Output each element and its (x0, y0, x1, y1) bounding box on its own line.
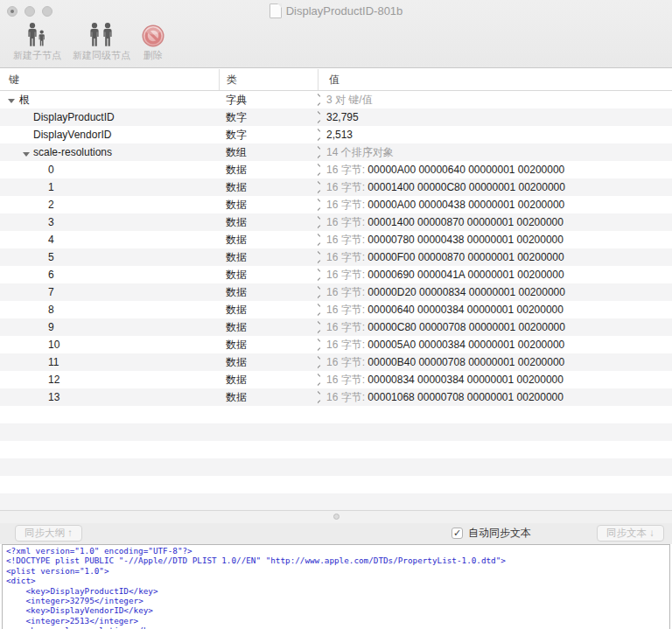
traffic-lights (7, 6, 52, 17)
row-type: 数组 (219, 145, 318, 160)
row-type: 数字 (219, 110, 318, 125)
row-value: 16 字节: 00001068 00000708 00000001 002000… (326, 390, 564, 405)
value-stepper[interactable] (318, 129, 322, 141)
row-value: 16 字节: 00000A00 00000438 00000001 002000… (326, 198, 564, 213)
plist-outline: 根字典3 对 键/值DisplayProductID数字32,795Displa… (0, 91, 672, 510)
table-row[interactable]: 13数据16 字节: 00001068 00000708 00000001 00… (0, 388, 672, 406)
value-stepper[interactable] (318, 304, 322, 316)
table-row[interactable]: 1数据16 字节: 00001400 00000C80 00000001 002… (0, 178, 672, 196)
row-value: 16 字节: 00001400 00000C80 00000001 002000… (326, 180, 565, 195)
table-row[interactable]: 6数据16 字节: 00000690 0000041A 00000001 002… (0, 266, 672, 283)
new-child-node-button[interactable]: 新建子节点 (13, 19, 61, 62)
empty-rows-area (0, 406, 672, 510)
value-stepper[interactable] (318, 251, 322, 263)
row-value: 16 字节: 00001400 00000870 00000001 002000… (326, 215, 564, 230)
value-stepper[interactable] (318, 269, 322, 281)
table-row[interactable]: 4数据16 字节: 00000780 00000438 00000001 002… (0, 231, 672, 248)
value-stepper[interactable] (318, 391, 322, 403)
value-stepper[interactable] (318, 94, 322, 106)
row-key: 3 (48, 216, 54, 228)
table-row[interactable]: DisplayVendorID数字2,513 (0, 126, 672, 143)
row-type: 数据 (219, 303, 318, 318)
value-stepper[interactable] (318, 286, 322, 298)
row-key: 根 (19, 94, 30, 106)
disclosure-triangle-icon[interactable] (8, 99, 15, 103)
row-type: 数据 (219, 250, 318, 265)
value-stepper[interactable] (318, 216, 322, 228)
table-row[interactable]: scale-resolutions数组14 个排序对象 (0, 143, 672, 161)
document-icon (270, 3, 282, 18)
table-row[interactable]: 3数据16 字节: 00001400 00000870 00000001 002… (0, 213, 672, 231)
value-stepper[interactable] (318, 374, 322, 386)
row-value: 16 字节: 00000A00 00000640 00000001 002000… (326, 163, 564, 178)
auto-sync-group: ✓ 自动同步文本 (452, 526, 531, 541)
row-key: 0 (48, 164, 54, 176)
row-value: 14 个排序对象 (326, 145, 394, 160)
table-row[interactable]: 0数据16 字节: 00000A00 00000640 00000001 002… (0, 161, 672, 178)
xml-source-text[interactable]: <?xml version="1.0" encoding="UTF-8"?> <… (3, 545, 669, 629)
value-stepper[interactable] (318, 146, 322, 158)
row-key: 12 (48, 374, 60, 386)
person-with-child-icon (27, 22, 48, 47)
auto-sync-label: 自动同步文本 (468, 526, 531, 541)
value-stepper[interactable] (318, 164, 322, 176)
row-type: 数据 (219, 338, 318, 353)
column-header-type[interactable]: 类 (219, 69, 318, 90)
table-row[interactable]: 10数据16 字节: 000005A0 00000384 00000001 00… (0, 336, 672, 353)
value-stepper[interactable] (318, 339, 322, 351)
row-key: 1 (48, 181, 54, 193)
row-type: 数据 (219, 233, 318, 248)
value-stepper[interactable] (318, 321, 322, 333)
value-stepper[interactable] (318, 111, 322, 123)
close-button[interactable] (7, 6, 18, 17)
value-stepper[interactable] (318, 181, 322, 193)
value-stepper[interactable] (318, 199, 322, 211)
zoom-button[interactable] (42, 6, 52, 17)
pane-splitter[interactable] (0, 510, 672, 523)
prohibition-icon (142, 22, 164, 47)
table-row[interactable]: 根字典3 对 键/值 (0, 91, 672, 108)
row-type: 数据 (219, 215, 318, 230)
titlebar: DisplayProductID-801b (0, 0, 672, 19)
table-row[interactable]: 9数据16 字节: 00000C80 00000708 00000001 002… (0, 318, 672, 336)
row-type: 数据 (219, 285, 318, 300)
row-type: 数据 (219, 390, 318, 405)
column-header-value[interactable]: 值 (318, 69, 672, 90)
table-row[interactable]: 11数据16 字节: 00000B40 00000708 00000001 00… (0, 353, 672, 371)
row-type: 数字 (219, 128, 318, 143)
row-value: 32,795 (326, 111, 359, 123)
unsaved-dot-icon (10, 10, 14, 13)
sync-text-button[interactable]: 同步文本 ↓ (597, 525, 664, 542)
table-row[interactable]: DisplayProductID数字32,795 (0, 108, 672, 126)
row-value: 16 字节: 00000C80 00000708 00000001 002000… (326, 320, 565, 335)
row-type: 数据 (219, 180, 318, 195)
table-row[interactable]: 12数据16 字节: 00000834 00000384 00000001 00… (0, 371, 672, 388)
sync-outline-button[interactable]: 同步大纲 ↑ (15, 525, 82, 542)
table-row[interactable]: 7数据16 字节: 00000D20 00000834 00000001 002… (0, 283, 672, 301)
xml-source-pane[interactable]: <?xml version="1.0" encoding="UTF-8"?> <… (2, 544, 670, 629)
table-row[interactable]: 5数据16 字节: 00000F00 00000870 00000001 002… (0, 248, 672, 266)
value-stepper[interactable] (318, 356, 322, 368)
value-stepper[interactable] (318, 234, 322, 246)
delete-node-button[interactable]: 删除 (142, 19, 164, 62)
new-sibling-node-button[interactable]: 新建同级节点 (73, 19, 130, 62)
row-key: 11 (48, 356, 59, 368)
row-type: 数据 (219, 355, 318, 370)
row-value: 16 字节: 00000640 00000384 00000001 002000… (326, 303, 564, 318)
row-value: 2,513 (326, 129, 353, 141)
minimize-button[interactable] (24, 6, 35, 17)
disclosure-triangle-icon[interactable] (23, 152, 30, 157)
row-key: 5 (48, 251, 54, 263)
row-value: 3 对 键/值 (326, 93, 373, 108)
row-type: 数据 (219, 198, 318, 213)
auto-sync-checkbox[interactable]: ✓ (452, 528, 463, 539)
row-type: 数据 (219, 320, 318, 335)
row-key: 6 (48, 269, 54, 281)
table-row[interactable]: 2数据16 字节: 00000A00 00000438 00000001 002… (0, 196, 672, 213)
splitter-handle-icon[interactable] (333, 514, 340, 520)
toolbar: 新建子节点 新建同级节点 (0, 19, 164, 67)
column-header-key[interactable]: 键 (0, 69, 219, 90)
plist-editor-window: DisplayProductID-801b (0, 0, 672, 629)
table-row[interactable]: 8数据16 字节: 00000640 00000384 00000001 002… (0, 301, 672, 318)
row-key: 9 (48, 321, 54, 333)
